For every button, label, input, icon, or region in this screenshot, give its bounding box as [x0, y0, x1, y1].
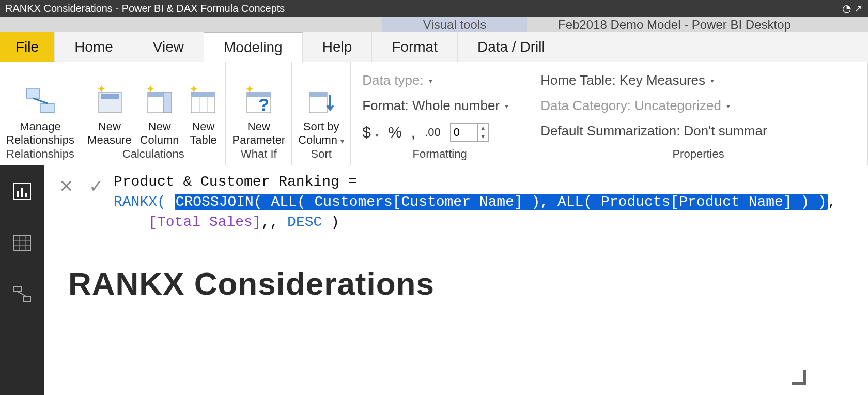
label: Sort by Column ▾ — [298, 120, 344, 146]
new-column-button[interactable]: ✦ New Column — [140, 81, 179, 146]
group-calculations: ✦ New Measure ✦ New Column ✦ New Table C… — [81, 62, 226, 165]
format-dropdown[interactable]: Format: Whole number ▾ — [362, 98, 513, 114]
svg-rect-24 — [25, 193, 27, 198]
page-heading: RANKX Considerations — [68, 265, 858, 302]
formula-selection: CROSSJOIN( ALL( Customers[Customer Name]… — [175, 194, 828, 210]
chevron-down-icon: ▾ — [340, 137, 344, 145]
table-icon: ✦ — [187, 85, 219, 117]
report-view-button[interactable] — [11, 180, 34, 203]
tab-help[interactable]: Help — [303, 32, 373, 62]
data-view-button[interactable] — [11, 232, 34, 254]
svg-rect-20 — [309, 92, 327, 97]
svg-rect-23 — [21, 188, 23, 198]
tab-view[interactable]: View — [133, 32, 204, 62]
svg-line-2 — [33, 98, 48, 103]
model-view-button[interactable] — [11, 283, 34, 306]
thousands-button[interactable]: , — [411, 124, 415, 141]
group-label: Properties — [672, 146, 724, 163]
group-label: What If — [241, 146, 277, 163]
group-label: Relationships — [6, 146, 74, 163]
group-formatting: Data type: ▾ Format: Whole number ▾ $ ▾ … — [351, 62, 529, 165]
ribbon-modeling: Manage Relationships Relationships ✦ New… — [0, 62, 868, 165]
svg-rect-1 — [41, 103, 54, 113]
ribbon-tabs: File Home View Modeling Help Format Data… — [0, 32, 868, 62]
formula-bar: ✕ ✓ Product & Customer Ranking = RANKX( … — [44, 165, 868, 239]
tab-file[interactable]: File — [0, 32, 55, 62]
view-switcher — [0, 165, 44, 395]
group-label: Sort — [311, 146, 331, 163]
chevron-down-icon: ▾ — [429, 77, 432, 85]
sort-icon — [305, 85, 337, 117]
video-title-bar: RANKX Considerations - Power BI & DAX Fo… — [0, 0, 868, 17]
label: New Parameter — [232, 120, 285, 146]
svg-text:?: ? — [258, 95, 269, 114]
svg-text:✦: ✦ — [97, 85, 106, 96]
spinner-down[interactable]: ▼ — [478, 132, 488, 141]
tab-modeling[interactable]: Modeling — [204, 32, 303, 62]
new-table-button[interactable]: ✦ New Table — [187, 81, 219, 146]
svg-text:✦: ✦ — [189, 85, 198, 96]
label: New Column — [140, 120, 179, 146]
tab-home[interactable]: Home — [55, 32, 133, 62]
sort-by-column-button[interactable]: Sort by Column ▾ — [298, 81, 344, 146]
currency-button[interactable]: $ ▾ — [362, 124, 379, 141]
resize-handle[interactable] — [792, 370, 806, 385]
manage-relationships-button[interactable]: Manage Relationships — [6, 81, 74, 146]
report-canvas[interactable]: RANKX Considerations — [44, 239, 868, 395]
cancel-formula-button[interactable]: ✕ — [59, 176, 73, 196]
svg-rect-31 — [23, 297, 30, 302]
title-text: RANKX Considerations - Power BI & DAX Fo… — [5, 3, 285, 14]
group-label: Calculations — [122, 146, 184, 163]
label: New Table — [190, 120, 217, 146]
visual-tools-context[interactable]: Visual tools — [382, 17, 527, 32]
measure-icon: ✦ — [94, 85, 126, 117]
contextual-tab-row: Visual tools Feb2018 Demo Model - Power … — [0, 17, 868, 32]
chevron-down-icon: ▾ — [505, 102, 508, 110]
chevron-down-icon: ▾ — [726, 102, 730, 110]
relationships-icon — [24, 85, 56, 117]
svg-text:✦: ✦ — [146, 85, 155, 96]
spinner-up[interactable]: ▲ — [478, 124, 488, 132]
group-relationships: Manage Relationships Relationships — [0, 62, 81, 165]
window-title: Feb2018 Demo Model - Power BI Desktop — [527, 18, 868, 32]
tab-data-drill[interactable]: Data / Drill — [458, 32, 565, 62]
decimal-icon: .00 — [425, 126, 441, 139]
decimal-places-spinner[interactable]: ▲▼ — [450, 123, 489, 142]
group-properties: Home Table: Key Measures ▾ Data Category… — [529, 62, 868, 165]
chevron-down-icon: ▾ — [710, 77, 714, 85]
label: New Measure — [87, 120, 132, 146]
tab-format[interactable]: Format — [372, 32, 458, 62]
svg-rect-22 — [17, 191, 19, 198]
svg-rect-0 — [26, 89, 40, 98]
svg-rect-30 — [14, 286, 21, 292]
percent-button[interactable]: % — [388, 124, 402, 141]
data-type-dropdown[interactable]: Data type: ▾ — [362, 72, 513, 88]
group-label: Formatting — [413, 146, 467, 163]
svg-line-32 — [18, 292, 27, 297]
default-summarization-dropdown[interactable]: Default Summarization: Don't summar — [540, 123, 852, 139]
group-whatif: ?✦ New Parameter What If — [226, 62, 292, 165]
svg-text:✦: ✦ — [245, 85, 254, 96]
commit-formula-button[interactable]: ✓ — [89, 176, 103, 196]
decimal-places-input[interactable] — [451, 124, 477, 141]
svg-rect-25 — [14, 236, 30, 250]
new-parameter-button[interactable]: ?✦ New Parameter — [232, 81, 285, 146]
data-category-dropdown[interactable]: Data Category: Uncategorized ▾ — [540, 98, 852, 114]
svg-rect-8 — [163, 92, 172, 113]
formula-editor[interactable]: Product & Customer Ranking = RANKX( CROS… — [114, 171, 865, 233]
parameter-icon: ?✦ — [243, 85, 275, 117]
new-measure-button[interactable]: ✦ New Measure — [87, 81, 132, 146]
column-icon: ✦ — [144, 85, 176, 117]
clock-icon: ◔ ↗ — [842, 2, 863, 14]
label: Manage Relationships — [6, 120, 74, 146]
home-table-dropdown[interactable]: Home Table: Key Measures ▾ — [540, 72, 852, 88]
group-sort: Sort by Column ▾ Sort — [292, 62, 351, 165]
